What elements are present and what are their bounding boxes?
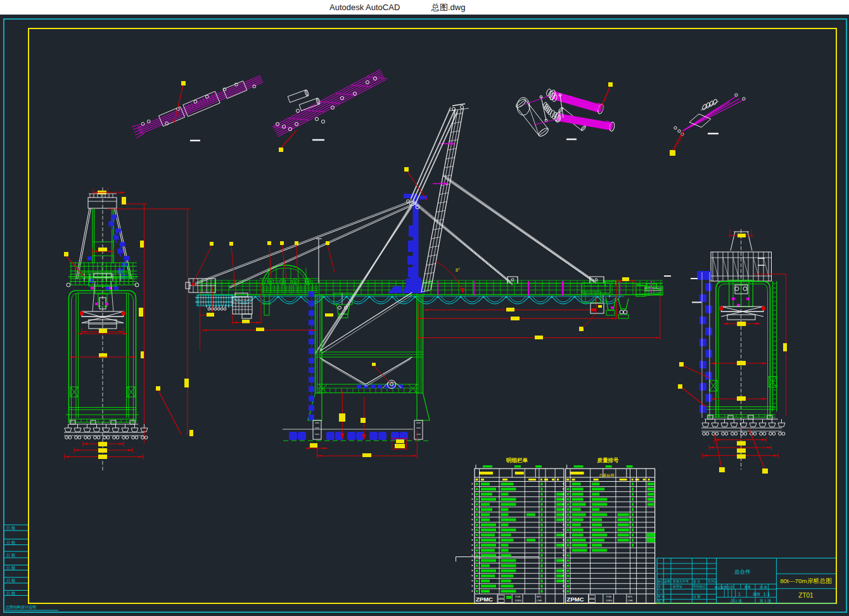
svg-text:阶段标记: 阶段标记 xyxy=(693,584,706,589)
svg-text:重量: 重量 xyxy=(744,585,751,589)
svg-text:签 名: 签 名 xyxy=(693,579,700,584)
svg-text:更改文件号: 更改文件号 xyxy=(673,579,689,583)
svg-text:ZPMC: ZPMC xyxy=(476,596,493,603)
svg-text:共 1 张: 共 1 张 xyxy=(731,599,743,603)
svg-text:日 期: 日 期 xyxy=(6,591,15,596)
svg-text:审 核: 审 核 xyxy=(658,594,665,598)
svg-text:日 期: 日 期 xyxy=(6,541,15,545)
svg-text:TON: TON xyxy=(606,595,611,598)
svg-text:标记处数分区: 标记处数分区 xyxy=(714,585,734,589)
svg-text:年月日: 年月日 xyxy=(708,579,717,584)
svg-text:CHK: CHK xyxy=(628,599,634,602)
svg-text:标记: 标记 xyxy=(657,579,664,584)
svg-text:总量标明: 总量标明 xyxy=(599,474,615,478)
svg-text:日 期: 日 期 xyxy=(6,579,15,583)
svg-text:质量排号: 质量排号 xyxy=(597,457,620,463)
svg-text:ZT01: ZT01 xyxy=(798,592,814,599)
svg-text:8°: 8° xyxy=(456,268,460,272)
svg-text:TON: TON xyxy=(515,595,520,598)
svg-text:MTL: MTL xyxy=(537,595,542,598)
svg-text:批 准: 批 准 xyxy=(658,599,665,603)
svg-text:日 期: 日 期 xyxy=(693,594,700,599)
svg-text:日 期: 日 期 xyxy=(6,553,15,558)
svg-text:1:1: 1:1 xyxy=(763,591,770,597)
svg-text:CHK: CHK xyxy=(537,599,542,602)
svg-text:日 期: 日 期 xyxy=(6,526,15,531)
svg-text:总合件: 总合件 xyxy=(734,569,751,575)
svg-text:Autodesk AutoCAD: Autodesk AutoCAD xyxy=(329,3,400,12)
svg-text:80t: 80t xyxy=(753,591,760,597)
svg-text:第 1 张: 第 1 张 xyxy=(760,599,772,603)
svg-text:1: 1 xyxy=(738,591,741,597)
svg-text:总图.dwg: 总图.dwg xyxy=(431,3,465,12)
svg-text:DWG: DWG xyxy=(606,599,613,602)
svg-text:处数: 处数 xyxy=(665,579,671,584)
svg-text:80t—70m岸桥总图: 80t—70m岸桥总图 xyxy=(780,577,832,584)
svg-text:设 计: 设 计 xyxy=(657,584,665,588)
svg-text:ZPMC: ZPMC xyxy=(567,596,584,603)
svg-text:总图结构设计说明: 总图结构设计说明 xyxy=(5,605,36,610)
svg-text:标准化: 标准化 xyxy=(672,584,682,589)
svg-text:日 期: 日 期 xyxy=(6,566,15,570)
svg-text:比 例: 比 例 xyxy=(760,585,767,589)
svg-text:明细栏单: 明细栏单 xyxy=(506,457,528,463)
svg-text:DWG: DWG xyxy=(515,599,521,602)
svg-text:MTL: MTL xyxy=(628,595,634,598)
svg-text:工 艺: 工 艺 xyxy=(658,589,665,593)
